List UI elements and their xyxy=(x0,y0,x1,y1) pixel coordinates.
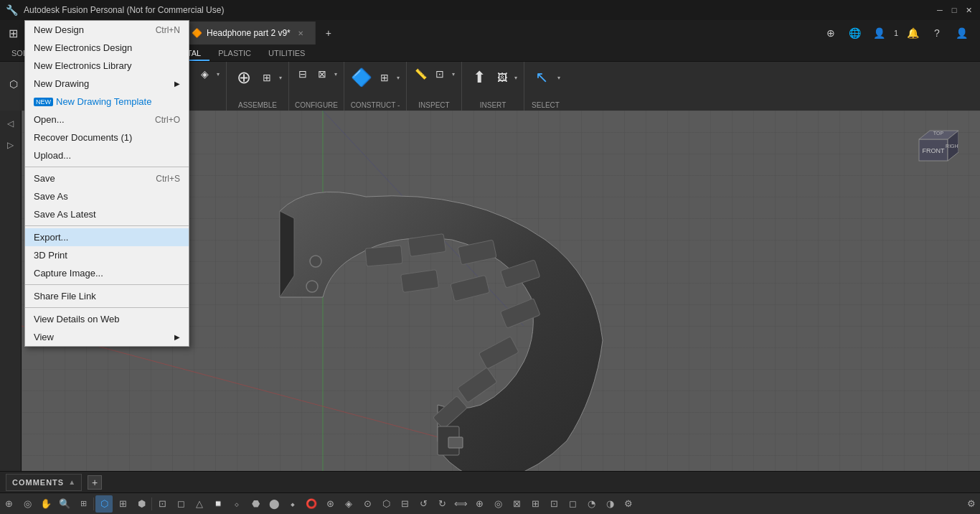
left-panel-icon1[interactable]: ◁ xyxy=(1,113,21,134)
btm-divider2 xyxy=(151,497,152,510)
inspect-section[interactable]: ⊡ xyxy=(430,65,449,83)
modify-draft[interactable]: ◈ xyxy=(195,65,214,83)
account-icon[interactable]: 👤 xyxy=(951,23,971,43)
comments-panel[interactable]: COMMENTS ▲ xyxy=(6,474,82,491)
menu-share-file-link-label: Share File Link xyxy=(34,291,96,302)
menu-open[interactable]: Open... Ctrl+O xyxy=(25,111,189,128)
user-icon[interactable]: 👤 xyxy=(870,23,890,43)
active-tab[interactable]: 🔶 Headphone part 2 v9* ✕ xyxy=(180,22,316,45)
online-icon[interactable]: 🌐 xyxy=(845,23,865,43)
assemble-joint[interactable]: ⊞ xyxy=(258,68,276,87)
btm-icon-20[interactable]: ⊠ xyxy=(508,495,525,513)
create-shape-icon[interactable]: ⬡ xyxy=(4,75,23,93)
close-button[interactable]: ✕ xyxy=(963,4,974,16)
btm-icon-16[interactable]: ↻ xyxy=(433,495,451,513)
menu-save-as[interactable]: Save As xyxy=(25,187,189,205)
btm-icon-14[interactable]: ⊟ xyxy=(396,495,413,513)
btm-icon-8[interactable]: ⬥ xyxy=(284,495,301,513)
btm-icon-10[interactable]: ⊛ xyxy=(321,495,339,513)
app-icon: 🔧 xyxy=(6,4,18,16)
modify-dropdown[interactable]: ▾ xyxy=(215,65,222,83)
btm-icon-3[interactable]: △ xyxy=(191,495,208,513)
btm-icon-26[interactable]: ⚙ xyxy=(620,495,637,513)
btm-icon-grid[interactable]: ⊞ xyxy=(114,495,131,513)
btm-icon-25[interactable]: ◑ xyxy=(601,495,618,513)
menu-new-drawing[interactable]: New Drawing ▶ xyxy=(25,75,189,93)
top-right-buttons: ⊕ 🌐 👤 1 🔔 ? 👤 xyxy=(821,23,977,43)
btm-icon-5[interactable]: ⬦ xyxy=(228,495,245,513)
inspect-measure[interactable]: 📏 xyxy=(411,65,430,83)
help-icon[interactable]: ? xyxy=(927,23,947,43)
insert-icon2[interactable]: 🖼 xyxy=(493,68,512,87)
btm-icon-22[interactable]: ⊡ xyxy=(545,495,562,513)
btm-icon-24[interactable]: ◔ xyxy=(583,495,600,513)
assemble-dropdown[interactable]: ▾ xyxy=(277,68,284,87)
comments-label: COMMENTS xyxy=(12,478,64,487)
inspect-dropdown[interactable]: ▾ xyxy=(450,65,457,83)
insert-icon1[interactable]: ⬆ xyxy=(466,65,492,90)
select-icon1[interactable]: ↖ xyxy=(529,65,555,90)
app-menu-icon[interactable]: ⊞ xyxy=(3,23,23,43)
select-dropdown[interactable]: ▾ xyxy=(555,68,562,87)
btm-icon-11[interactable]: ◈ xyxy=(340,495,357,513)
menu-save[interactable]: Save Ctrl+S xyxy=(25,169,189,187)
btm-icon-zoom-in[interactable]: 🔍 xyxy=(56,495,73,513)
btm-icon-18[interactable]: ⊕ xyxy=(471,495,488,513)
btm-icon-1[interactable]: ⊡ xyxy=(154,495,171,513)
btm-icon-render-mode[interactable]: ⬢ xyxy=(133,495,150,513)
construct-icon2[interactable]: ⊞ xyxy=(375,68,394,87)
btm-icon-2[interactable]: ◻ xyxy=(172,495,189,513)
viewcube[interactable]: FRONT TOP RIGHT xyxy=(908,125,958,175)
btm-icon-7[interactable]: ⬤ xyxy=(265,495,283,513)
btm-icon-21[interactable]: ⊞ xyxy=(527,495,544,513)
bell-icon[interactable]: 🔔 xyxy=(903,23,923,43)
btm-icon-4[interactable]: ◽ xyxy=(209,495,227,513)
btm-icon-zoom-fit[interactable]: ⊞ xyxy=(75,495,92,513)
left-panel-icon2[interactable]: ▷ xyxy=(1,135,21,155)
tab-plastic[interactable]: PLASTIC xyxy=(209,47,260,61)
btm-icon-12[interactable]: ⊙ xyxy=(359,495,376,513)
menu-new-drawing-template[interactable]: NEW New Drawing Template xyxy=(25,93,189,111)
menu-export[interactable]: Export... xyxy=(25,228,189,246)
add-tab-button[interactable]: ⊕ xyxy=(821,23,841,43)
construct-icon1[interactable]: 🔷 xyxy=(349,65,374,90)
construct-icons: 🔷 ⊞ ▾ xyxy=(349,65,402,90)
menu-view[interactable]: View ▶ xyxy=(25,328,189,346)
btm-icon-perspective[interactable]: ⬡ xyxy=(95,495,113,513)
menu-new-design[interactable]: New Design Ctrl+N xyxy=(25,21,189,39)
btm-icon-move[interactable]: ⊕ xyxy=(0,495,17,513)
tab-close-button[interactable]: ✕ xyxy=(298,29,303,37)
btm-icon-orbit[interactable]: ◎ xyxy=(19,495,36,513)
construct-dropdown[interactable]: ▾ xyxy=(395,68,402,87)
btm-icon-19[interactable]: ◎ xyxy=(489,495,507,513)
menu-capture-image[interactable]: Capture Image... xyxy=(25,264,189,282)
insert-dropdown[interactable]: ▾ xyxy=(512,68,519,87)
btm-settings-icon[interactable]: ⚙ xyxy=(963,495,980,513)
minimize-button[interactable]: ─ xyxy=(934,4,946,16)
menu-recover-documents[interactable]: Recover Documents (1) xyxy=(25,128,189,146)
menu-new-electronics-design[interactable]: New Electronics Design xyxy=(25,39,189,57)
menu-3d-print[interactable]: 3D Print xyxy=(25,246,189,264)
assemble-new-component[interactable]: ⊕ xyxy=(231,65,257,90)
btm-icon-pan[interactable]: ✋ xyxy=(37,495,55,513)
btm-icon-17[interactable]: ⟺ xyxy=(452,495,469,513)
new-tab-button[interactable]: + xyxy=(319,23,339,43)
menu-save-as-latest[interactable]: Save As Latest xyxy=(25,205,189,223)
title-bar-right: ─ □ ✕ xyxy=(934,4,974,16)
tab-utilities[interactable]: UTILITIES xyxy=(260,47,314,61)
btm-icon-9[interactable]: ⭕ xyxy=(303,495,320,513)
configure-icon1[interactable]: ⊟ xyxy=(293,65,312,83)
btm-icon-23[interactable]: ◻ xyxy=(564,495,581,513)
btm-icon-15[interactable]: ↺ xyxy=(415,495,432,513)
menu-upload[interactable]: Upload... xyxy=(25,146,189,164)
btm-icon-13[interactable]: ⬡ xyxy=(377,495,395,513)
configure-dropdown[interactable]: ▾ xyxy=(332,65,339,83)
configure-icon2[interactable]: ⊠ xyxy=(313,65,331,83)
btm-icon-6[interactable]: ⬣ xyxy=(247,495,264,513)
menu-view-details[interactable]: View Details on Web xyxy=(25,310,189,328)
tab-icon: 🔶 xyxy=(192,28,202,38)
comments-add-button[interactable]: + xyxy=(88,475,102,490)
maximize-button[interactable]: □ xyxy=(948,4,960,16)
menu-new-electronics-library[interactable]: New Electronics Library xyxy=(25,57,189,75)
menu-share-file-link[interactable]: Share File Link xyxy=(25,287,189,305)
